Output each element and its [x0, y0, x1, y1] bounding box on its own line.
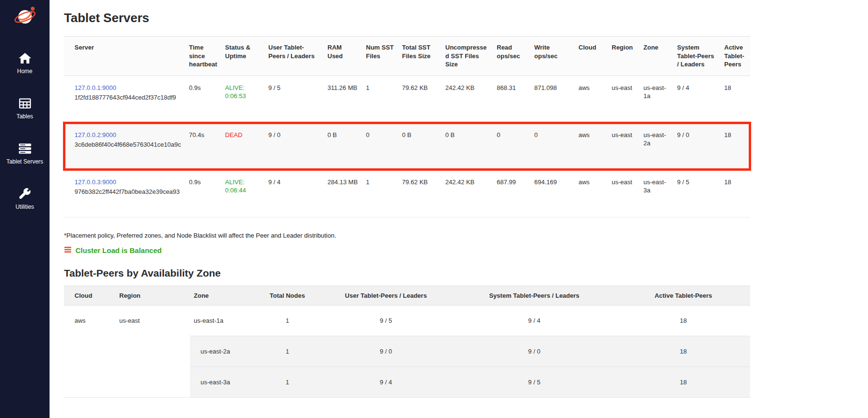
- status-cell: ALIVE: 0:06:44: [221, 170, 264, 217]
- table-row: aws us-east us-east-1a 1 9 / 5 9 / 4 18: [64, 305, 750, 336]
- write-ops-cell: 694.169: [530, 170, 575, 217]
- num-sst-cell: 1: [362, 76, 398, 123]
- ram-cell: 311.26 MB: [324, 76, 362, 123]
- total-nodes-cell: 1: [255, 367, 320, 397]
- sidebar-item-label: Utilities: [15, 203, 34, 210]
- column-header: Uncompressed SST Files Size: [441, 37, 493, 76]
- column-header: Zone: [640, 37, 673, 76]
- ram-cell: 0 B: [324, 123, 362, 170]
- tablet-servers-table: Server Time since heartbeat Status & Upt…: [64, 36, 750, 217]
- status-text: DEAD: [225, 131, 261, 139]
- wrench-icon: [18, 186, 32, 201]
- sidebar-item-label: Tables: [16, 113, 33, 120]
- system-peers-cell: 9 / 5: [452, 367, 616, 397]
- heartbeat-cell: 70.4s: [185, 123, 221, 170]
- column-header: Time since heartbeat: [185, 37, 221, 76]
- status-cell: ALIVE: 0:06:53: [221, 76, 264, 123]
- column-header: Total Nodes: [255, 286, 320, 305]
- server-uuid: 3c6deb86f40c4f668e5763041ce10a9c: [75, 140, 181, 149]
- balance-icon: [64, 246, 72, 255]
- sst-size-cell: 79.62 KB: [398, 76, 441, 123]
- cluster-balance-status: Cluster Load is Balanced: [64, 246, 750, 255]
- column-header: Active Tablet-Peers: [720, 37, 750, 76]
- az-table: Cloud Region Zone Total Nodes User Table…: [64, 286, 750, 398]
- column-header: Region: [115, 286, 190, 305]
- logo-planet-icon: [13, 22, 38, 29]
- page-title: Tablet Servers: [64, 11, 750, 25]
- column-header: Total SST Files Size: [398, 37, 441, 76]
- cloud-cell: aws: [575, 170, 608, 217]
- server-uuid: 976b382c2ff442f7ba0bea32e39cea93: [75, 188, 181, 196]
- system-peers-cell: 9 / 5: [673, 170, 720, 217]
- active-peers-cell: 18: [720, 170, 750, 217]
- uncompressed-size-cell: 242.42 KB: [441, 76, 493, 123]
- column-header: RAM Used: [324, 37, 362, 76]
- column-header: Status & Uptime: [221, 37, 264, 76]
- num-sst-cell: 0: [362, 123, 398, 170]
- home-icon: [18, 51, 32, 65]
- placement-footnote: *Placement policy, Preferred zones, and …: [64, 232, 750, 239]
- active-peers-cell: 18: [720, 76, 750, 123]
- write-ops-cell: 0: [530, 123, 575, 170]
- status-cell: DEAD: [221, 123, 264, 170]
- cloud-cell: aws: [575, 123, 608, 170]
- user-peers-cell: 9 / 0: [264, 123, 324, 170]
- system-peers-cell: 9 / 0: [673, 123, 720, 170]
- total-nodes-cell: 1: [255, 305, 320, 336]
- table-header-row: Cloud Region Zone Total Nodes User Table…: [64, 286, 750, 305]
- zone-cell: us-east-3a: [190, 367, 255, 397]
- server-link[interactable]: 127.0.0.2:9000: [75, 131, 116, 139]
- user-peers-cell: 9 / 4: [320, 367, 452, 397]
- column-header: System Tablet-Peers / Leaders: [673, 37, 720, 76]
- column-header: Read ops/sec: [493, 37, 530, 76]
- active-peers-cell: 18: [616, 336, 750, 367]
- table-row: 127.0.0.1:9000 1f2fd188777643cf944ced2f3…: [64, 76, 750, 123]
- active-peers-cell: 18: [616, 305, 750, 336]
- column-header: Server: [64, 37, 185, 76]
- sidebar-item-utilities[interactable]: Utilities: [0, 186, 50, 210]
- write-ops-cell: 871.098: [530, 76, 575, 123]
- region-cell: us-east: [608, 123, 640, 170]
- status-text: ALIVE:: [225, 178, 261, 187]
- balance-status-text: Cluster Load is Balanced: [75, 246, 162, 254]
- sidebar: Home Tables Tablet Servers: [0, 0, 50, 418]
- heartbeat-cell: 0.9s: [185, 170, 221, 217]
- uncompressed-size-cell: 242.42 KB: [441, 170, 493, 217]
- read-ops-cell: 868.31: [493, 76, 530, 123]
- sidebar-item-home[interactable]: Home: [0, 51, 50, 75]
- active-peers-cell: 18: [616, 367, 750, 397]
- zone-cell: us-east-2a: [190, 336, 255, 367]
- region-cell: us-east: [115, 305, 190, 397]
- sidebar-item-tablet-servers[interactable]: Tablet Servers: [0, 141, 50, 165]
- heartbeat-cell: 0.9s: [185, 76, 221, 123]
- active-peers-cell: 18: [720, 123, 750, 170]
- app-logo[interactable]: [13, 5, 38, 29]
- ram-cell: 284.13 MB: [324, 170, 362, 217]
- tables-icon: [18, 96, 32, 110]
- main-content: Tablet Servers Server Time since heartbe…: [50, 0, 868, 417]
- status-text: ALIVE:: [225, 84, 261, 92]
- column-header: Cloud: [575, 37, 608, 76]
- system-peers-cell: 9 / 4: [452, 305, 616, 336]
- column-header: Zone: [190, 286, 255, 305]
- zone-cell: us-east-2a: [640, 123, 673, 170]
- table-row-highlighted: 127.0.0.2:9000 3c6deb86f40c4f668e5763041…: [64, 123, 750, 170]
- user-peers-cell: 9 / 5: [264, 76, 324, 123]
- server-link[interactable]: 127.0.0.3:9000: [75, 178, 116, 186]
- sidebar-item-label: Home: [17, 68, 32, 75]
- user-peers-cell: 9 / 4: [264, 170, 324, 217]
- column-header: Write ops/sec: [530, 37, 575, 76]
- sidebar-item-label: Tablet Servers: [6, 158, 43, 165]
- uncompressed-size-cell: 0 B: [441, 123, 493, 170]
- server-link[interactable]: 127.0.0.1:9000: [75, 84, 116, 91]
- zone-cell: us-east-1a: [640, 76, 673, 123]
- servers-icon: [18, 141, 32, 155]
- az-section-title: Tablet-Peers by Availability Zone: [64, 267, 750, 279]
- sidebar-item-tables[interactable]: Tables: [0, 96, 50, 120]
- sst-size-cell: 79.62 KB: [398, 170, 441, 217]
- read-ops-cell: 687.99: [493, 170, 530, 217]
- server-cell: 127.0.0.1:9000 1f2fd188777643cf944ced2f3…: [64, 76, 185, 123]
- zone-cell: us-east-1a: [190, 305, 255, 336]
- table-header-row: Server Time since heartbeat Status & Upt…: [64, 37, 750, 76]
- server-cell: 127.0.0.2:9000 3c6deb86f40c4f668e5763041…: [64, 123, 185, 170]
